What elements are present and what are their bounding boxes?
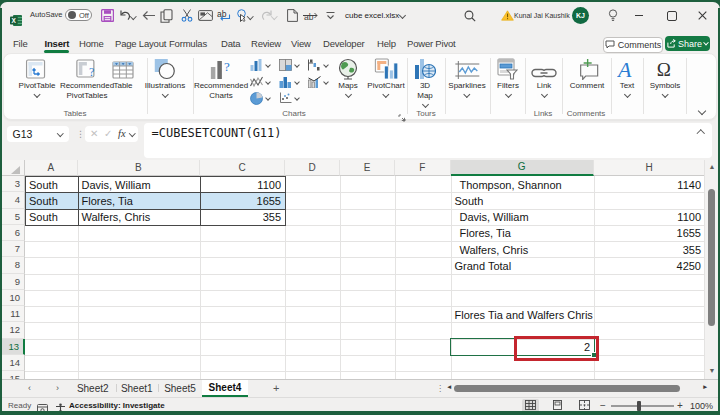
sheet-tab-sheet4[interactable]: Sheet4 [202,380,248,397]
share-button[interactable]: Share [665,36,710,51]
previous-sheet-chevron[interactable]: ‹ [28,383,31,393]
cell-H7[interactable]: 355 [683,244,701,256]
ribbon-button-text[interactable]: AText [617,57,637,98]
user-name[interactable]: Kunal Jai Kaushik [514,12,570,19]
undo-dropdown-chevron[interactable] [130,13,136,19]
avatar[interactable]: KJ [572,7,589,24]
tab-scrollbar-splitter[interactable]: ⋮ [436,384,444,393]
cancel-icon[interactable]: ✕ [90,128,98,139]
cell-G3[interactable]: Thompson, Shannon [460,179,562,191]
formula-bar-drag-handle[interactable]: ⋮ [76,129,85,139]
zoom-in-button[interactable]: + [677,400,683,411]
touch-mode-dropdown-chevron[interactable] [247,13,253,19]
cell-B4[interactable]: Flores, Tia [82,195,133,207]
tab-page-layout[interactable]: Page Layout [115,38,166,49]
maximize-button[interactable] [667,11,677,21]
combo-chart-icon[interactable] [308,75,321,88]
column-header-F[interactable]: F [395,160,451,177]
zoom-slider-track[interactable] [611,405,674,407]
pie-chart-icon[interactable] [250,92,263,105]
normal-view-icon[interactable] [522,399,539,411]
horizontal-scrollbar-thumb[interactable] [454,385,680,392]
ribbon-button-sparklines[interactable]: Sparklines [448,57,485,98]
row-header-15[interactable]: 15 [0,371,25,379]
scatter-chart-icon[interactable] [279,92,292,105]
strikethrough-icon[interactable]: ab [301,7,319,25]
email-icon[interactable] [196,7,214,25]
row-header-3[interactable]: 3 [0,176,25,192]
sheet-tab-sheet1[interactable]: Sheet1 [116,380,159,397]
ribbon-button-maps[interactable]: Maps [337,57,359,98]
page-break-view-icon[interactable] [576,399,593,411]
formula-input[interactable]: =CUBESETCOUNT(G11) [144,123,712,158]
accessibility-status[interactable]: Accessibility: Investigate [69,401,165,410]
save-icon[interactable] [98,7,116,25]
replace-icon[interactable]: ab [215,7,233,25]
cell-B3[interactable]: Davis, William [82,179,151,191]
ribbon-button-link[interactable]: Link [531,57,557,98]
ribbon-button-recommended-charts[interactable]: ?Recommended Charts [194,57,248,101]
tab-home[interactable]: Home [79,38,104,49]
column-header-B[interactable]: B [78,160,201,177]
column-header-A[interactable]: A [25,160,78,177]
sheet-tab-sheet5[interactable]: Sheet5 [158,380,202,397]
column-header-D[interactable]: D [285,160,340,177]
histogram-chart-icon[interactable] [279,75,292,88]
new-document-icon[interactable] [283,7,301,25]
collapse-ribbon-chevron[interactable] [698,107,706,115]
new-sheet-button[interactable]: + [273,382,279,394]
collapse-formula-bar-chevron[interactable] [697,129,705,137]
tab-developer[interactable]: Developer [323,38,365,49]
row-header-7[interactable]: 7 [0,241,25,257]
column-header-C[interactable]: C [200,160,285,177]
vertical-scrollbar[interactable]: ▲ ▼ [704,160,717,379]
excel-app-icon[interactable]: X [10,12,22,30]
ribbon-button-filters[interactable]: Filters [497,57,519,98]
accessibility-icon[interactable] [55,400,66,411]
vertical-scrollbar-thumb[interactable] [708,189,715,326]
scroll-down-arrow[interactable]: ▼ [709,367,716,374]
column-header-H[interactable]: H [594,160,705,177]
cell-G5[interactable]: Davis, William [460,211,529,223]
tab-formulas[interactable]: Formulas [169,38,207,49]
cell-A3[interactable]: South [29,179,58,191]
cell-H5[interactable]: 1100 [677,211,701,223]
zoom-slider-handle[interactable] [637,401,641,411]
row-header-9[interactable]: 9 [0,274,25,290]
cell-B5[interactable]: Walfers, Chris [82,211,151,223]
row-header-12[interactable]: 12 [0,322,25,338]
line-chart-icon[interactable] [250,75,263,88]
row-header-4[interactable]: 4 [0,192,25,208]
copy-icon[interactable] [157,7,175,25]
scroll-left-arrow[interactable]: ◄ [446,383,452,390]
cell-G7[interactable]: Walfers, Chris [460,244,529,256]
ribbon-button-comment[interactable]: Comment [570,57,605,91]
filename-dropdown-chevron[interactable] [399,12,406,19]
ribbon-button-pivottable[interactable]: PivotTable [19,57,56,98]
tab-review[interactable]: Review [251,38,281,49]
column-chart-icon[interactable] [250,59,263,72]
document-title[interactable]: cube excel.xlsx [345,11,399,20]
cell-G8[interactable]: Grand Total [455,260,512,272]
cell-A5[interactable]: South [29,211,58,223]
tab-help[interactable]: Help [377,38,396,49]
cell-C4[interactable]: 1655 [257,195,281,207]
customize-toolbar-icon[interactable] [321,7,339,25]
spreadsheet-grid[interactable]: ABCDEFGH3456789101112131415SouthDavis, W… [0,160,705,379]
column-header-E[interactable]: E [340,160,395,177]
name-box-chevron[interactable] [57,130,63,136]
ribbon-button-recommended-pivottables[interactable]: ?Recommended PivotTables [60,57,114,101]
row-header-5[interactable]: 5 [0,209,25,225]
scroll-up-arrow[interactable]: ▲ [709,163,716,170]
cell-C5[interactable]: 355 [263,211,281,223]
ribbon-button-table[interactable]: Table [112,57,134,91]
row-header-8[interactable]: 8 [0,257,25,273]
row-header-14[interactable]: 14 [0,355,25,371]
scroll-right-arrow[interactable]: ► [702,383,708,390]
tab-data[interactable]: Data [221,38,240,49]
enter-icon[interactable]: ✓ [104,128,112,139]
search-icon[interactable] [461,7,479,25]
name-box[interactable]: G13 [7,126,69,143]
comments-button[interactable]: Comments [603,37,663,53]
minimize-button[interactable] [635,15,643,16]
